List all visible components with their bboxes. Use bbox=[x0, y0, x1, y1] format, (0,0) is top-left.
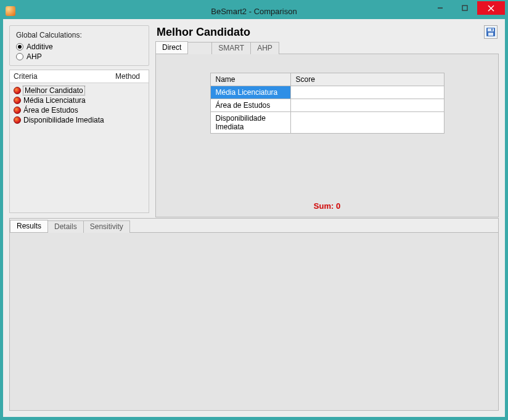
app-icon bbox=[6, 6, 15, 16]
tab-body: Name Score Média Licenciatura Área de Es… bbox=[155, 54, 499, 217]
criteria-item-media-licenciatura[interactable]: Média Licenciatura bbox=[14, 95, 145, 105]
bullet-icon bbox=[14, 97, 21, 104]
save-button[interactable] bbox=[484, 25, 498, 39]
svg-rect-1 bbox=[462, 6, 467, 10]
page-heading: Melhor Candidato bbox=[157, 26, 250, 39]
maximize-icon bbox=[462, 5, 468, 11]
floppy-disk-icon bbox=[486, 27, 496, 37]
cell-score[interactable] bbox=[290, 86, 444, 99]
radio-ahp[interactable]: AHP bbox=[16, 52, 142, 62]
sum-value: 0 bbox=[336, 201, 340, 211]
titlebar[interactable]: BeSmart2 - Comparison bbox=[3, 3, 505, 19]
application-window: BeSmart2 - Comparison Global Calculation… bbox=[0, 0, 508, 420]
radio-dot-icon bbox=[16, 43, 23, 50]
radio-label: AHP bbox=[27, 52, 42, 61]
radio-additive[interactable]: Additive bbox=[16, 42, 142, 52]
main-panel: Melhor Candidato Direct SMART AH bbox=[155, 25, 499, 213]
table-row[interactable]: Área de Estudos bbox=[210, 99, 444, 112]
window-controls bbox=[428, 1, 505, 15]
svg-rect-6 bbox=[488, 33, 493, 36]
minimize-icon bbox=[437, 5, 443, 11]
cell-name: Área de Estudos bbox=[210, 99, 290, 112]
weighting-tabs: Direct SMART AHP bbox=[155, 41, 499, 54]
client-area: Global Calculations: Additive AHP Criter… bbox=[3, 19, 505, 417]
criteria-panel: Criteria Method Melhor Candidato Média L… bbox=[9, 70, 149, 213]
bullet-icon bbox=[14, 87, 21, 94]
bottom-panel: Results Details Sensitivity bbox=[9, 218, 499, 411]
criteria-col-name[interactable]: Criteria bbox=[10, 70, 112, 83]
maximize-button[interactable] bbox=[453, 1, 477, 15]
tab-blank[interactable] bbox=[187, 42, 212, 54]
sum-label: Sum: bbox=[314, 201, 334, 211]
global-calculations-group: Global Calculations: Additive AHP bbox=[9, 25, 149, 66]
cell-name: Disponibilidade Imediata bbox=[210, 112, 290, 134]
cell-name: Média Licenciatura bbox=[210, 86, 290, 99]
tab-results[interactable]: Results bbox=[10, 220, 48, 232]
heading-row: Melhor Candidato bbox=[155, 25, 499, 40]
score-table: Name Score Média Licenciatura Área de Es… bbox=[210, 73, 444, 134]
sum-display: Sum: 0 bbox=[162, 201, 492, 211]
bottom-tabs: Results Details Sensitivity bbox=[10, 220, 498, 233]
criteria-item-melhor-candidato[interactable]: Melhor Candidato bbox=[14, 86, 145, 95]
table-row[interactable]: Disponibilidade Imediata bbox=[210, 112, 444, 134]
top-row: Global Calculations: Additive AHP Criter… bbox=[9, 25, 499, 213]
tab-sensitivity[interactable]: Sensitivity bbox=[83, 220, 130, 233]
criteria-col-method[interactable]: Method bbox=[112, 70, 149, 83]
svg-rect-5 bbox=[488, 28, 494, 31]
sidebar: Global Calculations: Additive AHP Criter… bbox=[9, 25, 149, 213]
criteria-tree: Melhor Candidato Média Licenciatura Área… bbox=[10, 83, 149, 212]
close-icon bbox=[488, 5, 494, 12]
criteria-item-disponibilidade[interactable]: Disponibilidade Imediata bbox=[14, 115, 145, 125]
criteria-item-label: Disponibilidade Imediata bbox=[23, 116, 104, 124]
close-button[interactable] bbox=[477, 1, 505, 15]
table-row[interactable]: Média Licenciatura bbox=[210, 86, 444, 99]
criteria-item-label: Melhor Candidato bbox=[23, 86, 84, 95]
bullet-icon bbox=[14, 116, 21, 124]
criteria-header: Criteria Method bbox=[10, 70, 149, 83]
bullet-icon bbox=[14, 107, 21, 114]
col-header-name[interactable]: Name bbox=[210, 73, 290, 86]
col-header-score[interactable]: Score bbox=[290, 73, 444, 86]
tab-smart[interactable]: SMART bbox=[211, 42, 251, 54]
cell-score[interactable] bbox=[290, 99, 444, 112]
radio-label: Additive bbox=[27, 42, 53, 51]
radio-dot-icon bbox=[16, 53, 23, 60]
criteria-item-label: Área de Estudos bbox=[23, 106, 78, 115]
tab-details[interactable]: Details bbox=[47, 220, 84, 233]
minimize-button[interactable] bbox=[428, 1, 453, 15]
window-title: BeSmart2 - Comparison bbox=[211, 7, 297, 16]
table-header-row: Name Score bbox=[210, 73, 444, 86]
global-calc-legend: Global Calculations: bbox=[16, 31, 142, 39]
cell-score[interactable] bbox=[290, 112, 444, 134]
tab-direct[interactable]: Direct bbox=[155, 41, 188, 54]
svg-rect-7 bbox=[491, 29, 493, 31]
tab-ahp[interactable]: AHP bbox=[250, 42, 279, 54]
bottom-body bbox=[10, 233, 498, 410]
criteria-item-area-de-estudos[interactable]: Área de Estudos bbox=[14, 105, 145, 115]
criteria-item-label: Média Licenciatura bbox=[23, 96, 86, 105]
